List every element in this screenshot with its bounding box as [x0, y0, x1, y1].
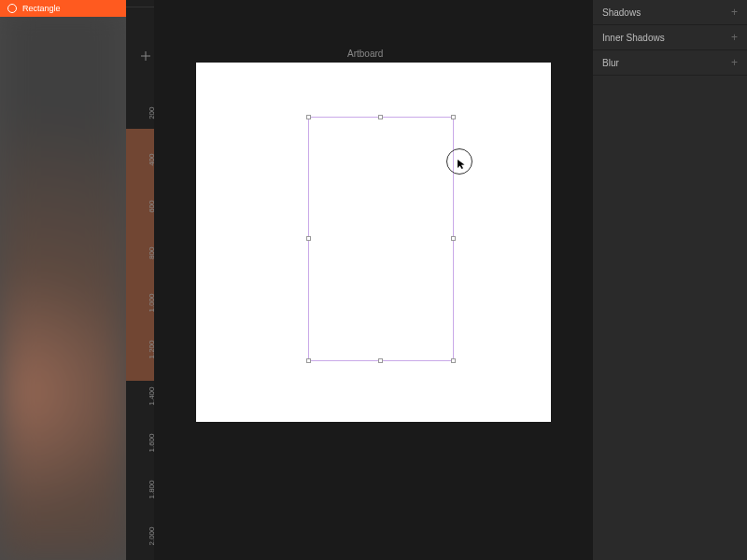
vertical-ruler[interactable]: 2004006008001,0001,2001,4001,6001,8002,0… — [126, 0, 154, 560]
inspector-row-label: Blur — [602, 58, 619, 68]
inspector-row-label: Shadows — [602, 7, 641, 18]
add-blur-button[interactable]: + — [731, 56, 738, 69]
layer-shape-icon — [7, 4, 17, 13]
resize-handle-middle-left[interactable] — [306, 236, 311, 241]
resize-handle-top-middle[interactable] — [378, 115, 383, 119]
cursor-indicator — [446, 148, 472, 175]
canvas-area[interactable]: Artboard — [154, 0, 593, 560]
artboard[interactable] — [196, 63, 551, 422]
artboard-label[interactable]: Artboard — [347, 49, 383, 59]
selected-rectangle-shape[interactable] — [308, 117, 454, 361]
inspector-row-inner-shadows[interactable]: Inner Shadows + — [593, 25, 747, 50]
inspector-row-blur[interactable]: Blur + — [593, 50, 747, 76]
resize-handle-bottom-middle[interactable] — [378, 358, 383, 363]
layer-item-label: Rectangle — [22, 4, 61, 13]
resize-handle-top-right[interactable] — [451, 115, 456, 119]
ruler-corner — [126, 0, 154, 7]
resize-handle-bottom-left[interactable] — [306, 358, 311, 363]
inspector-panel: Shadows + Inner Shadows + Blur + — [593, 0, 747, 560]
cursor-arrow-icon — [457, 157, 466, 174]
add-inner-shadow-button[interactable]: + — [731, 31, 738, 44]
layers-panel-background — [0, 0, 126, 560]
inspector-row-shadows[interactable]: Shadows + — [593, 0, 747, 25]
add-shadow-button[interactable]: + — [731, 6, 738, 19]
layers-panel: Rectangle — [0, 0, 126, 560]
app-root: Rectangle 2004006008001,0001,2001,4001,6… — [0, 0, 747, 560]
layer-item-selected[interactable]: Rectangle — [0, 0, 126, 17]
resize-handle-top-left[interactable] — [306, 115, 311, 119]
resize-handle-bottom-right[interactable] — [451, 358, 456, 363]
resize-handle-middle-right[interactable] — [451, 236, 456, 241]
inspector-row-label: Inner Shadows — [602, 33, 665, 43]
ruler-origin-icon — [141, 51, 150, 61]
